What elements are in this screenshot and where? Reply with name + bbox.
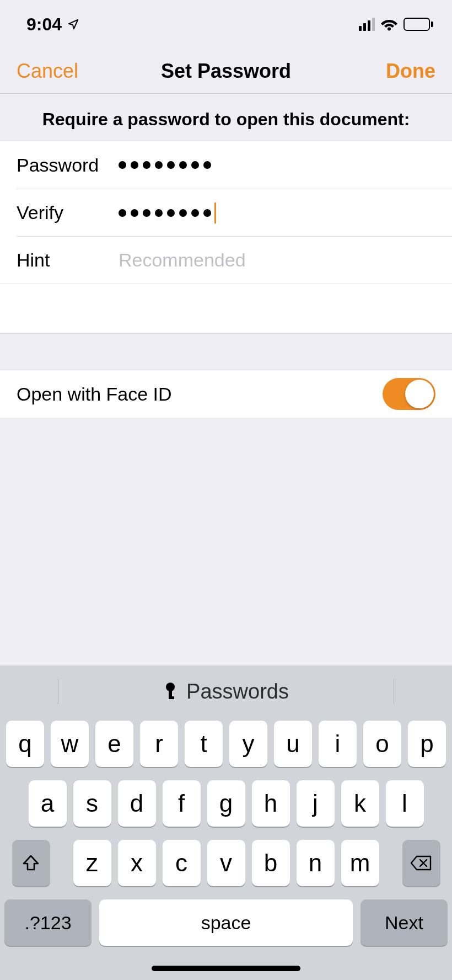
keyboard-row-3: zxcvbnm bbox=[4, 840, 448, 886]
status-left: 9:04 bbox=[26, 14, 79, 35]
password-label: Password bbox=[17, 155, 119, 176]
key-u[interactable]: u bbox=[274, 721, 312, 767]
key-q[interactable]: q bbox=[6, 721, 44, 767]
key-c[interactable]: c bbox=[163, 840, 201, 886]
verify-dots bbox=[119, 209, 211, 217]
key-y[interactable]: y bbox=[229, 721, 267, 767]
key-l[interactable]: l bbox=[386, 780, 424, 827]
key-r[interactable]: r bbox=[140, 721, 178, 767]
key-k[interactable]: k bbox=[341, 780, 379, 827]
verify-label: Verify bbox=[17, 202, 119, 223]
hint-row[interactable]: Hint bbox=[17, 236, 452, 284]
group-padding bbox=[0, 284, 452, 334]
password-dots bbox=[119, 161, 211, 169]
home-indicator bbox=[152, 966, 300, 971]
key-d[interactable]: d bbox=[118, 780, 156, 827]
key-s[interactable]: s bbox=[73, 780, 111, 827]
status-right bbox=[359, 18, 433, 31]
key-n[interactable]: n bbox=[297, 840, 335, 886]
svg-rect-3 bbox=[169, 696, 174, 699]
key-icon bbox=[163, 682, 177, 701]
location-icon bbox=[67, 18, 79, 30]
password-group: Password Verify Hint bbox=[0, 141, 452, 284]
keyboard-suggestion-bar[interactable]: Passwords bbox=[0, 665, 452, 717]
keyboard-suggestion-text: Passwords bbox=[186, 680, 289, 704]
faceid-toggle[interactable] bbox=[383, 378, 435, 410]
wifi-icon bbox=[380, 18, 398, 31]
toggle-knob bbox=[405, 380, 434, 408]
cellular-signal-icon bbox=[359, 18, 375, 31]
svg-point-0 bbox=[388, 28, 391, 31]
page-title: Set Password bbox=[161, 60, 291, 83]
numbers-key[interactable]: .?123 bbox=[4, 899, 92, 946]
cancel-button[interactable]: Cancel bbox=[17, 60, 78, 83]
next-key[interactable]: Next bbox=[360, 899, 448, 946]
keyboard-row-1: qwertyuiop bbox=[4, 721, 448, 767]
key-e[interactable]: e bbox=[95, 721, 133, 767]
hint-label: Hint bbox=[17, 249, 119, 271]
nav-bar: Cancel Set Password Done bbox=[0, 49, 452, 94]
key-t[interactable]: t bbox=[185, 721, 223, 767]
key-f[interactable]: f bbox=[163, 780, 201, 827]
key-z[interactable]: z bbox=[73, 840, 111, 886]
done-button[interactable]: Done bbox=[386, 60, 435, 83]
key-g[interactable]: g bbox=[207, 780, 245, 827]
section-spacer bbox=[0, 334, 452, 370]
shift-key[interactable] bbox=[12, 840, 50, 886]
key-m[interactable]: m bbox=[341, 840, 379, 886]
text-caret bbox=[214, 203, 216, 223]
section-header: Require a password to open this document… bbox=[0, 94, 452, 141]
key-o[interactable]: o bbox=[363, 721, 401, 767]
faceid-label: Open with Face ID bbox=[17, 384, 172, 405]
verify-field[interactable] bbox=[119, 203, 435, 223]
battery-icon bbox=[403, 18, 433, 31]
key-p[interactable]: p bbox=[408, 721, 446, 767]
key-v[interactable]: v bbox=[207, 840, 245, 886]
hint-field[interactable] bbox=[119, 249, 435, 271]
key-b[interactable]: b bbox=[252, 840, 290, 886]
keyboard-row-3-letters: zxcvbnm bbox=[73, 840, 379, 886]
key-h[interactable]: h bbox=[252, 780, 290, 827]
password-row[interactable]: Password bbox=[0, 141, 452, 189]
keyboard-row-2: asdfghjkl bbox=[4, 780, 448, 827]
password-field[interactable] bbox=[119, 161, 435, 169]
key-j[interactable]: j bbox=[297, 780, 335, 827]
delete-key[interactable] bbox=[402, 840, 440, 886]
verify-row[interactable]: Verify bbox=[17, 189, 452, 236]
faceid-row: Open with Face ID bbox=[0, 370, 452, 418]
key-a[interactable]: a bbox=[29, 780, 67, 827]
key-w[interactable]: w bbox=[51, 721, 89, 767]
background-fill bbox=[0, 419, 452, 665]
status-time: 9:04 bbox=[26, 14, 62, 35]
status-bar: 9:04 bbox=[0, 0, 452, 49]
key-x[interactable]: x bbox=[118, 840, 156, 886]
keyboard-row-4: .?123 space Next bbox=[4, 899, 448, 946]
keyboard: Passwords qwertyuiop asdfghjkl zxcvbnm .… bbox=[0, 665, 452, 980]
space-key[interactable]: space bbox=[99, 899, 353, 946]
key-i[interactable]: i bbox=[319, 721, 357, 767]
